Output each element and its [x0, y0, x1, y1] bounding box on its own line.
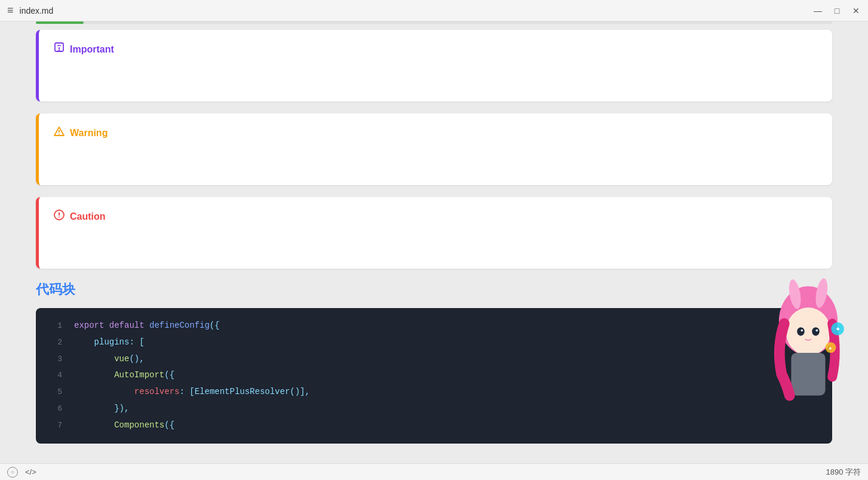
status-char-count: 1890 字符 [826, 467, 861, 478]
code-text-7: Components({ [74, 419, 174, 433]
important-icon [53, 42, 65, 57]
window-controls: — □ ✕ [813, 6, 861, 16]
callout-caution-label: Caution [70, 211, 106, 222]
warning-icon [53, 125, 65, 140]
scroll-indicator [36, 21, 832, 24]
callout-warning: Warning [36, 113, 832, 185]
line-number-1: 1 [45, 319, 62, 333]
status-circle-icon[interactable]: ○ [7, 467, 18, 478]
window-title: index.md [20, 6, 813, 16]
line-number-6: 6 [45, 402, 62, 416]
callout-caution-header: Caution [53, 209, 818, 224]
svg-point-18 [831, 322, 844, 335]
caution-icon [53, 209, 65, 224]
code-line-7: 7 Components({ [36, 417, 832, 434]
code-line-6: 6 }), [36, 401, 832, 417]
char-count-value: 1890 [826, 467, 843, 476]
code-block: 1 export default defineConfig({ 2 plugin… [36, 308, 832, 444]
callout-important-header: Important [53, 42, 818, 57]
line-number-5: 5 [45, 386, 62, 399]
callout-important: Important [36, 30, 832, 101]
callout-warning-label: Warning [70, 128, 108, 139]
line-number-7: 7 [45, 419, 62, 432]
code-line-5: 5 resolvers: [ElementPlusResolver()], [36, 384, 832, 401]
code-text-5: resolvers: [ElementPlusResolver()], [74, 385, 310, 399]
callout-important-label: Important [70, 44, 114, 55]
code-text-4: AutoImport({ [74, 368, 174, 383]
line-number-2: 2 [45, 336, 62, 349]
code-line-2: 2 plugins: [ [36, 334, 832, 351]
maximize-button[interactable]: □ [832, 6, 842, 16]
svg-point-5 [59, 134, 60, 135]
line-number-3: 3 [45, 353, 62, 366]
menu-icon[interactable]: ≡ [7, 4, 14, 17]
main-content: Important Warning [0, 21, 868, 463]
code-line-1: 1 export default defineConfig({ [36, 318, 832, 334]
char-label: 字符 [845, 467, 861, 476]
callout-warning-header: Warning [53, 125, 818, 140]
line-number-4: 4 [45, 369, 62, 382]
minimize-button[interactable]: — [813, 6, 823, 16]
code-line-3: 3 vue(), [36, 351, 832, 368]
status-code-icon[interactable]: </> [25, 467, 36, 476]
code-text-3: vue(), [74, 352, 145, 367]
callout-caution: Caution [36, 197, 832, 269]
section-heading: 代码块 [36, 281, 832, 299]
scroll-thumb [36, 21, 84, 24]
code-text-6: }), [74, 402, 129, 416]
status-left: ○ </> [7, 467, 36, 478]
code-text-2: plugins: [ [74, 336, 145, 350]
status-bar: ○ </> 1890 字符 [0, 463, 868, 480]
title-bar: ≡ index.md — □ ✕ [0, 0, 868, 21]
svg-text:✦: ✦ [835, 325, 841, 333]
svg-point-8 [59, 217, 60, 218]
code-text-1: export default defineConfig({ [74, 319, 220, 333]
close-button[interactable]: ✕ [851, 6, 861, 16]
code-line-4: 4 AutoImport({ [36, 367, 832, 384]
